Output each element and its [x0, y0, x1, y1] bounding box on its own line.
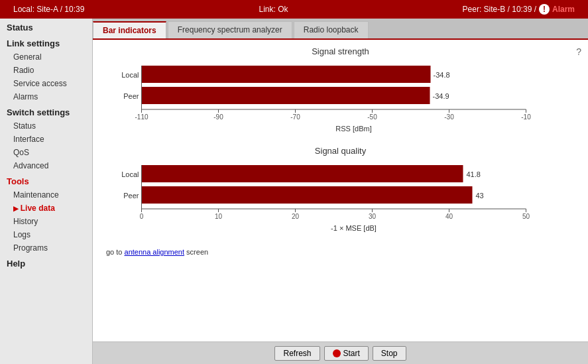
svg-text:-50: -50 [367, 113, 377, 121]
tabs: Bar indicators Frequency spectrum analyz… [93, 19, 588, 40]
svg-text:0: 0 [140, 213, 144, 220]
svg-text:-90: -90 [213, 113, 223, 121]
help-icon[interactable]: ? [576, 46, 581, 57]
top-bar: Local: Site-A / 10:39 Link: Ok Peer: Sit… [0, 0, 588, 19]
tools-title: Tools [0, 172, 92, 188]
svg-text:30: 30 [369, 213, 377, 220]
antenna-alignment-link-area: go to antenna alignment screen [106, 245, 575, 259]
main-content: Bar indicators Frequency spectrum analyz… [93, 19, 588, 364]
svg-text:50: 50 [522, 213, 530, 220]
svg-text:-110: -110 [135, 113, 148, 121]
status-section-title[interactable]: Status [0, 19, 92, 34]
svg-text:41.8: 41.8 [467, 170, 481, 178]
svg-rect-2 [142, 66, 431, 83]
svg-text:Peer: Peer [123, 192, 139, 200]
svg-text:-70: -70 [290, 113, 300, 121]
help-title: Help [0, 255, 92, 271]
sidebar-item-general[interactable]: General [0, 50, 92, 64]
sidebar-item-radio[interactable]: Radio [0, 64, 92, 77]
start-icon [333, 349, 341, 357]
svg-text:-34.8: -34.8 [434, 71, 450, 79]
antenna-alignment-link[interactable]: antenna alignment [125, 248, 185, 256]
sidebar-item-interface[interactable]: Interface [0, 133, 92, 146]
svg-rect-4 [142, 87, 430, 104]
rss-axis-label: RSS [dBm] [133, 125, 575, 133]
signal-strength-chart: Local Peer -34.8 -34.9 -110 [106, 62, 575, 121]
svg-text:20: 20 [292, 213, 300, 220]
sidebar-item-live-data[interactable]: Live data [0, 202, 92, 215]
link-settings-title: Link settings [0, 34, 92, 50]
sidebar-item-qos[interactable]: QoS [0, 146, 92, 159]
signal-quality-title: Signal quality [106, 146, 575, 156]
sidebar-item-advanced[interactable]: Advanced [0, 159, 92, 172]
sidebar-item-programs[interactable]: Programs [0, 241, 92, 255]
svg-rect-22 [142, 165, 463, 182]
svg-text:-34.9: -34.9 [433, 92, 449, 100]
svg-text:10: 10 [215, 213, 223, 220]
alarm-text: Alarm [552, 5, 575, 14]
alarm-icon: ! [539, 4, 550, 15]
sidebar-item-status[interactable]: Status [0, 119, 92, 133]
svg-text:40: 40 [445, 213, 453, 220]
signal-strength-title: Signal strength [106, 46, 575, 56]
sidebar-item-history[interactable]: History [0, 215, 92, 228]
svg-text:-10: -10 [521, 113, 531, 121]
peer-info: Peer: Site-B / 10:39 / [463, 5, 536, 14]
start-label: Start [343, 349, 360, 358]
mse-axis-label: -1 × MSE [dB] [133, 224, 575, 232]
signal-quality-chart: Local Peer 41.8 43 0 10 [106, 161, 575, 221]
svg-text:Local: Local [121, 170, 139, 178]
svg-text:Peer: Peer [123, 92, 139, 100]
layout: Status Link settings General Radio Servi… [0, 19, 588, 364]
signal-strength-section: Signal strength Local Peer -34.8 -34.9 [106, 46, 575, 133]
tab-frequency-spectrum[interactable]: Frequency spectrum analyzer [168, 21, 292, 38]
antenna-suffix: screen [186, 248, 208, 256]
sidebar-item-alarms[interactable]: Alarms [0, 90, 92, 103]
alarm-badge: Peer: Site-B / 10:39 / ! Alarm [463, 4, 575, 15]
svg-text:-30: -30 [444, 113, 454, 121]
tab-radio-loopback[interactable]: Radio loopback [294, 21, 369, 38]
stop-button[interactable]: Stop [373, 346, 406, 361]
antenna-prefix: go to [106, 248, 122, 256]
switch-settings-title: Switch settings [0, 103, 92, 119]
start-button[interactable]: Start [324, 346, 369, 361]
signal-quality-section: Signal quality Local Peer 41.8 43 [106, 146, 575, 232]
svg-text:Local: Local [121, 71, 139, 79]
svg-text:43: 43 [476, 192, 484, 200]
tab-bar-indicators[interactable]: Bar indicators [93, 21, 166, 38]
refresh-button[interactable]: Refresh [274, 346, 320, 361]
sidebar-item-logs[interactable]: Logs [0, 228, 92, 241]
sidebar-item-maintenance[interactable]: Maintenance [0, 188, 92, 202]
svg-rect-24 [142, 186, 473, 204]
link-status: Link: Ok [259, 5, 288, 14]
sidebar: Status Link settings General Radio Servi… [0, 19, 93, 364]
chart-area: ? Signal strength Local Peer -34.8 -34.9 [93, 40, 588, 341]
local-info: Local: Site-A / 10:39 [13, 5, 84, 14]
sidebar-item-service-access[interactable]: Service access [0, 77, 92, 90]
bottom-bar: Refresh Start Stop [93, 341, 588, 364]
